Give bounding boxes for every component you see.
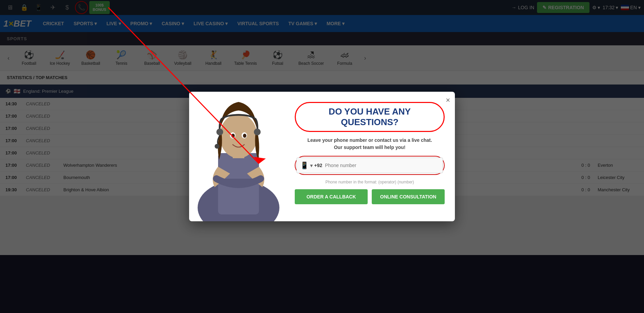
modal-overlay[interactable]: × bbox=[0, 0, 644, 255]
phone-country-code: +92 bbox=[314, 163, 322, 168]
phone-input-border: 📱 ▾ +92 bbox=[295, 156, 445, 175]
modal-content: DO YOU HAVE ANY QUESTIONS? Leave your ph… bbox=[291, 92, 455, 221]
support-modal: × bbox=[189, 92, 455, 221]
svg-point-10 bbox=[215, 144, 219, 149]
svg-point-3 bbox=[220, 114, 257, 158]
svg-point-7 bbox=[243, 134, 246, 138]
svg-point-6 bbox=[231, 134, 235, 138]
agent-svg bbox=[189, 78, 288, 221]
svg-point-9 bbox=[254, 129, 261, 135]
modal-subtitle: Leave your phone number or contact us vi… bbox=[295, 137, 445, 151]
whatsapp-icon: 📱 bbox=[300, 161, 309, 169]
modal-agent-image bbox=[189, 92, 291, 221]
modal-heading: DO YOU HAVE ANY QUESTIONS? bbox=[295, 102, 445, 132]
phone-hint-text: Phone number in the format: (operator) (… bbox=[295, 180, 445, 184]
svg-point-8 bbox=[216, 129, 223, 135]
question-heading-wrapper: DO YOU HAVE ANY QUESTIONS? bbox=[295, 102, 445, 132]
phone-input-container[interactable]: 📱 ▾ +92 bbox=[296, 158, 443, 173]
modal-close-button[interactable]: × bbox=[446, 96, 450, 105]
modal-buttons: ORDER A CALLBACK ONLINE CONSULTATION bbox=[295, 189, 445, 204]
phone-dropdown-chevron[interactable]: ▾ bbox=[310, 162, 313, 169]
phone-number-input[interactable] bbox=[325, 163, 439, 168]
online-consultation-button[interactable]: ONLINE CONSULTATION bbox=[372, 189, 445, 204]
order-callback-button[interactable]: ORDER A CALLBACK bbox=[295, 189, 368, 204]
